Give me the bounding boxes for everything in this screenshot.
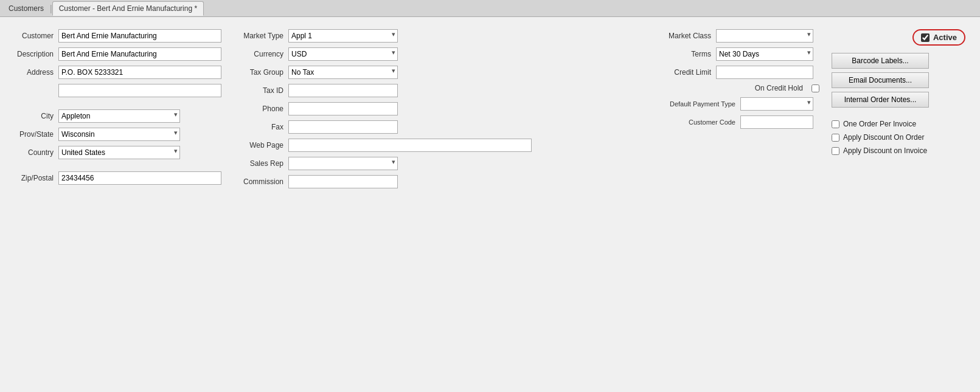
- fax-row: Fax: [234, 120, 649, 134]
- tax-group-select[interactable]: No Tax: [288, 66, 398, 79]
- description-input[interactable]: [58, 47, 221, 61]
- country-row: Country United States: [15, 146, 221, 159]
- right-buttons-section: Barcode Labels... Email Documents... Int…: [832, 52, 965, 160]
- market-type-label: Market Type: [234, 32, 288, 40]
- tab-customers[interactable]: Customers: [2, 2, 50, 15]
- credit-limit-row: Credit Limit: [661, 66, 819, 79]
- customer-code-input[interactable]: [740, 115, 813, 129]
- terms-select[interactable]: Net 30 Days: [716, 47, 813, 61]
- apply-discount-on-invoice-label: Apply Discount on Invoice: [843, 146, 927, 155]
- default-payment-type-select-wrapper[interactable]: [740, 97, 813, 111]
- web-page-input[interactable]: [288, 139, 532, 152]
- internal-order-notes-button[interactable]: Internal Order Notes...: [832, 92, 929, 108]
- fax-label: Fax: [234, 123, 288, 131]
- apply-discount-on-invoice-checkbox[interactable]: [832, 147, 839, 155]
- address-label: Address: [15, 68, 58, 77]
- phone-input[interactable]: [288, 102, 398, 115]
- default-payment-type-select[interactable]: [740, 97, 813, 111]
- apply-discount-on-order-checkbox[interactable]: [832, 134, 839, 142]
- country-select-wrapper[interactable]: United States: [58, 146, 180, 159]
- customer-row: Customer: [15, 29, 221, 43]
- on-credit-hold-row: On Credit Hold: [661, 84, 819, 92]
- prov-state-select[interactable]: Wisconsin: [58, 128, 180, 141]
- terms-select-wrapper[interactable]: Net 30 Days: [716, 47, 813, 61]
- tab-active-customer[interactable]: Customer - Bert And Ernie Manufacturing …: [52, 1, 204, 16]
- zip-input[interactable]: [58, 171, 221, 185]
- on-credit-hold-label: On Credit Hold: [755, 84, 808, 92]
- customer-code-row: Customer Code: [661, 115, 819, 129]
- sales-rep-select[interactable]: [288, 157, 398, 170]
- prov-state-select-wrapper[interactable]: Wisconsin: [58, 128, 180, 141]
- terms-label: Terms: [661, 50, 716, 58]
- currency-select[interactable]: USD: [288, 47, 398, 61]
- address-row-1: Address: [15, 66, 221, 79]
- phone-label: Phone: [234, 105, 288, 113]
- commission-row: Commission: [234, 175, 649, 188]
- one-order-per-invoice-label: One Order Per Invoice: [843, 120, 916, 128]
- city-select-wrapper[interactable]: Appleton: [58, 109, 180, 123]
- fax-input[interactable]: [288, 120, 398, 134]
- sales-rep-row: Sales Rep: [234, 157, 649, 170]
- tax-group-row: Tax Group No Tax: [234, 66, 649, 79]
- terms-row: Terms Net 30 Days: [661, 47, 819, 61]
- one-order-per-invoice-checkbox[interactable]: [832, 120, 839, 128]
- zip-label: Zip/Postal: [15, 174, 58, 182]
- tax-group-select-wrapper[interactable]: No Tax: [288, 66, 398, 79]
- web-page-label: Web Page: [234, 141, 288, 150]
- tax-id-input[interactable]: [288, 84, 398, 97]
- market-class-row: Market Class: [661, 29, 819, 43]
- market-class-select[interactable]: [716, 29, 813, 43]
- tax-id-label: Tax ID: [234, 86, 288, 95]
- email-documents-button[interactable]: Email Documents...: [832, 72, 929, 88]
- active-badge: Active: [912, 29, 965, 46]
- market-class-select-wrapper[interactable]: [716, 29, 813, 43]
- city-select[interactable]: Appleton: [58, 109, 180, 123]
- apply-discount-on-invoice-row: Apply Discount on Invoice: [832, 146, 927, 155]
- right-column: Active Barcode Labels... Email Documents…: [832, 29, 965, 193]
- on-credit-hold-checkbox[interactable]: [811, 84, 819, 92]
- right-mid-column: Market Class Terms Net 30 Days Credit Li…: [661, 29, 819, 193]
- sales-rep-label: Sales Rep: [234, 159, 288, 168]
- prov-state-label: Prov/State: [15, 130, 58, 139]
- commission-input[interactable]: [288, 175, 398, 188]
- one-order-per-invoice-row: One Order Per Invoice: [832, 120, 916, 128]
- city-row: City Appleton: [15, 109, 221, 123]
- commission-label: Commission: [234, 177, 288, 186]
- active-label: Active: [933, 33, 957, 42]
- currency-label: Currency: [234, 50, 288, 58]
- currency-select-wrapper[interactable]: USD: [288, 47, 398, 61]
- credit-limit-label: Credit Limit: [661, 68, 716, 77]
- address-line1-input[interactable]: [58, 66, 221, 79]
- default-payment-type-row: Default Payment Type: [661, 97, 819, 111]
- address-row-2: [15, 84, 221, 97]
- left-column: Customer Description Address City Ap: [15, 29, 221, 193]
- prov-state-row: Prov/State Wisconsin: [15, 128, 221, 141]
- description-label: Description: [15, 50, 58, 58]
- credit-limit-input[interactable]: [716, 66, 813, 79]
- apply-discount-on-order-row: Apply Discount On Order: [832, 133, 924, 142]
- sales-rep-select-wrapper[interactable]: [288, 157, 398, 170]
- country-label: Country: [15, 148, 58, 157]
- tax-id-row: Tax ID: [234, 84, 649, 97]
- customer-label: Customer: [15, 32, 58, 40]
- description-row: Description: [15, 47, 221, 61]
- market-type-select-wrapper[interactable]: Appl 1: [288, 29, 398, 43]
- active-checkbox[interactable]: [921, 33, 930, 42]
- customer-code-label: Customer Code: [661, 119, 740, 126]
- active-section-wrapper: Active: [832, 29, 965, 52]
- address-line2-input[interactable]: [58, 84, 221, 97]
- phone-row: Phone: [234, 102, 649, 115]
- main-content: Customer Description Address City Ap: [0, 17, 980, 392]
- apply-discount-on-order-label: Apply Discount On Order: [843, 133, 924, 142]
- barcode-labels-button[interactable]: Barcode Labels...: [832, 53, 929, 69]
- tab-bar: Customers | Customer - Bert And Ernie Ma…: [0, 0, 980, 17]
- currency-row: Currency USD: [234, 47, 649, 61]
- country-select[interactable]: United States: [58, 146, 180, 159]
- zip-row: Zip/Postal: [15, 171, 221, 185]
- market-class-label: Market Class: [661, 32, 716, 40]
- web-page-row: Web Page: [234, 139, 649, 152]
- tax-group-label: Tax Group: [234, 68, 288, 77]
- customer-input[interactable]: [58, 29, 221, 43]
- middle-column: Market Type Appl 1 Currency USD Tax Grou…: [234, 29, 649, 193]
- market-type-select[interactable]: Appl 1: [288, 29, 398, 43]
